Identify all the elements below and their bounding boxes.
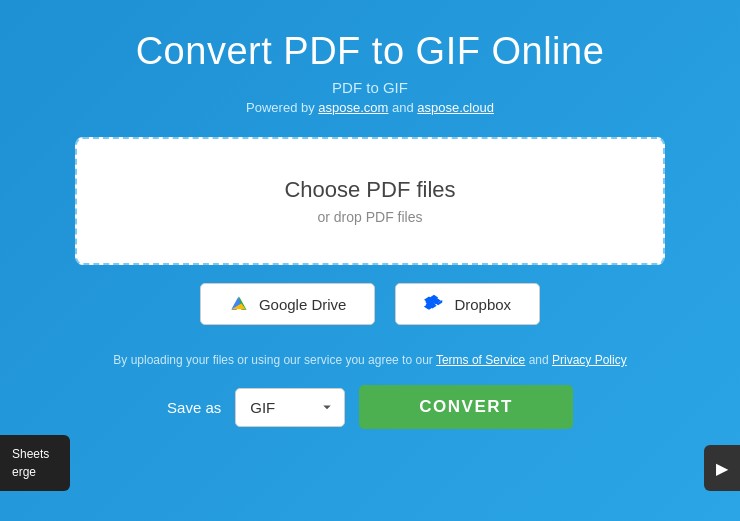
convert-button[interactable]: CONVERT bbox=[359, 385, 573, 429]
bottom-bar: Save as GIF PNG JPEG BMP CONVERT bbox=[167, 385, 573, 429]
aspose-com-link[interactable]: aspose.com bbox=[318, 100, 388, 115]
dropbox-button[interactable]: Dropbox bbox=[395, 283, 540, 325]
terms-middle: and bbox=[525, 353, 552, 367]
side-arrow-right[interactable] bbox=[704, 445, 740, 491]
dropbox-icon bbox=[424, 294, 444, 314]
tos-link[interactable]: Terms of Service bbox=[436, 353, 525, 367]
powered-by: Powered by aspose.com and aspose.cloud bbox=[246, 100, 494, 115]
side-panel-line2: erge bbox=[12, 465, 36, 479]
privacy-link[interactable]: Privacy Policy bbox=[552, 353, 627, 367]
main-container: Convert PDF to GIF Online PDF to GIF Pow… bbox=[0, 0, 740, 521]
aspose-cloud-link[interactable]: aspose.cloud bbox=[417, 100, 494, 115]
save-as-label: Save as bbox=[167, 399, 221, 416]
drop-zone[interactable]: Choose PDF files or drop PDF files bbox=[75, 137, 665, 265]
google-drive-button[interactable]: Google Drive bbox=[200, 283, 376, 325]
google-drive-icon bbox=[229, 294, 249, 314]
drop-zone-title: Choose PDF files bbox=[284, 177, 455, 203]
powered-by-and: and bbox=[388, 100, 417, 115]
google-drive-label: Google Drive bbox=[259, 296, 347, 313]
page-title: Convert PDF to GIF Online bbox=[136, 30, 605, 73]
cloud-buttons-container: Google Drive bbox=[200, 283, 540, 325]
side-panel-left[interactable]: Sheets erge bbox=[0, 435, 70, 491]
side-panel-line1: Sheets bbox=[12, 447, 49, 461]
powered-by-prefix: Powered by bbox=[246, 100, 318, 115]
terms-text: By uploading your files or using our ser… bbox=[113, 353, 626, 367]
subtitle: PDF to GIF bbox=[332, 79, 408, 96]
drop-zone-subtitle: or drop PDF files bbox=[317, 209, 422, 225]
terms-prefix: By uploading your files or using our ser… bbox=[113, 353, 436, 367]
format-select[interactable]: GIF PNG JPEG BMP bbox=[235, 388, 345, 427]
dropbox-label: Dropbox bbox=[454, 296, 511, 313]
